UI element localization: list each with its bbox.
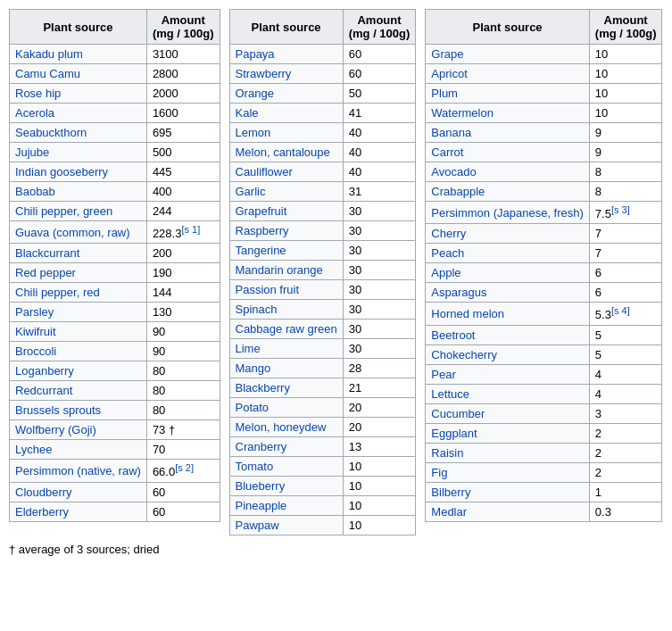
amount-cell: 60 [146, 482, 220, 502]
plant-source-link[interactable]: Raisin [431, 446, 463, 460]
plant-source-cell: Kale [229, 104, 343, 123]
plant-source-link[interactable]: Pear [431, 368, 455, 381]
plant-source-cell: Medlar [426, 502, 590, 521]
table-row: Pawpaw10 [229, 516, 416, 536]
plant-source-link[interactable]: Papaya [236, 47, 275, 61]
plant-source-link[interactable]: Acerola [15, 106, 54, 120]
plant-source-link[interactable]: Wolfberry (Goji) [15, 423, 96, 436]
plant-source-link[interactable]: Mango [236, 361, 271, 375]
plant-source-link[interactable]: Orange [236, 87, 274, 100]
plant-source-link[interactable]: Loganberry [15, 364, 74, 378]
plant-source-link[interactable]: Seabuckthorn [15, 126, 87, 139]
plant-source-link[interactable]: Tangerine [236, 244, 286, 257]
plant-source-link[interactable]: Watermelon [431, 106, 494, 120]
plant-source-link[interactable]: Kale [236, 106, 259, 120]
plant-source-link[interactable]: Cucumber [431, 407, 485, 420]
plant-source-link[interactable]: Camu Camu [15, 67, 80, 80]
plant-source-link[interactable]: Spinach [236, 303, 278, 316]
plant-source-link[interactable]: Parsley [15, 305, 54, 319]
plant-source-link[interactable]: Potato [236, 401, 270, 414]
column-header: Plant source [229, 10, 343, 45]
plant-source-link[interactable]: Chili pepper, green [15, 204, 112, 218]
plant-source-link[interactable]: Chokecherry [431, 348, 497, 361]
table-row: Potato20 [229, 398, 416, 418]
plant-source-link[interactable]: Grape [431, 47, 463, 61]
table-row: Indian gooseberry445 [10, 162, 220, 182]
plant-source-link[interactable]: Redcurrant [15, 384, 72, 397]
plant-source-link[interactable]: Indian gooseberry [15, 165, 108, 179]
plant-source-link[interactable]: Horned melon [431, 307, 504, 320]
plant-source-link[interactable]: Lychee [15, 443, 52, 456]
amount-cell: 10 [589, 45, 662, 64]
plant-source-link[interactable]: Guava (common, raw) [15, 226, 130, 239]
plant-source-link[interactable]: Cherry [431, 227, 466, 240]
plant-source-link[interactable]: Cranberry [236, 440, 287, 453]
plant-source-link[interactable]: Tomato [236, 460, 274, 473]
table-row: Horned melon5.3[s 4] [426, 303, 662, 325]
plant-source-link[interactable]: Eggplant [431, 427, 477, 440]
plant-source-link[interactable]: Cauliflower [236, 165, 293, 179]
plant-source-link[interactable]: Raspberry [236, 224, 289, 237]
plant-source-link[interactable]: Avocado [431, 165, 476, 179]
plant-source-link[interactable]: Jujube [15, 145, 49, 159]
plant-source-link[interactable]: Blackcurrant [15, 246, 79, 260]
plant-source-cell: Brussels sprouts [10, 401, 147, 420]
plant-source-link[interactable]: Garlic [236, 185, 266, 198]
plant-source-cell: Jujube [10, 143, 147, 162]
plant-source-link[interactable]: Chili pepper, red [15, 286, 100, 299]
amount-cell: 10 [343, 477, 416, 496]
plant-source-link[interactable]: Banana [431, 126, 471, 139]
plant-source-link[interactable]: Persimmon (native, raw) [15, 464, 141, 477]
plant-source-link[interactable]: Persimmon (Japanese, fresh) [431, 206, 584, 220]
plant-source-link[interactable]: Blueberry [236, 479, 286, 493]
table-row: Rose hip2000 [10, 84, 220, 104]
plant-source-link[interactable]: Medlar [431, 505, 467, 519]
plant-source-link[interactable]: Kiwifruit [15, 325, 56, 338]
table-row: Cherry7 [426, 224, 662, 244]
plant-source-link[interactable]: Strawberry [236, 67, 292, 80]
plant-source-link[interactable]: Plum [431, 87, 458, 100]
amount-cell: 7 [589, 224, 662, 244]
plant-source-link[interactable]: Broccoli [15, 345, 56, 358]
table-row: Lychee70 [10, 440, 220, 460]
plant-source-link[interactable]: Red pepper [15, 266, 76, 279]
column-header: Amount(mg / 100g) [589, 10, 662, 45]
plant-source-link[interactable]: Peach [431, 246, 464, 260]
plant-source-link[interactable]: Melon, honeydew [236, 420, 327, 434]
plant-source-link[interactable]: Beetroot [431, 328, 475, 342]
plant-source-link[interactable]: Kakadu plum [15, 47, 83, 61]
plant-source-link[interactable]: Grapefruit [236, 204, 287, 218]
plant-source-link[interactable]: Passion fruit [236, 283, 300, 296]
plant-source-link[interactable]: Baobab [15, 185, 55, 198]
plant-source-link[interactable]: Lime [236, 342, 261, 355]
table-row: Brussels sprouts80 [10, 401, 220, 420]
plant-source-link[interactable]: Lettuce [431, 387, 469, 401]
plant-source-cell: Blackberry [229, 378, 343, 398]
column-header: Amount(mg / 100g) [343, 10, 416, 45]
plant-source-link[interactable]: Blackberry [236, 381, 290, 394]
plant-source-link[interactable]: Pineapple [236, 499, 287, 512]
plant-source-link[interactable]: Asparagus [431, 286, 486, 299]
plant-source-link[interactable]: Rose hip [15, 87, 61, 100]
plant-source-link[interactable]: Mandarin orange [236, 263, 323, 277]
plant-source-link[interactable]: Elderberry [15, 505, 69, 519]
plant-source-link[interactable]: Fig [431, 466, 447, 479]
plant-source-link[interactable]: Cabbage raw green [236, 322, 337, 336]
table-row: Raisin2 [426, 443, 662, 462]
plant-source-link[interactable]: Lemon [236, 126, 271, 139]
plant-source-link[interactable]: Carrot [431, 145, 463, 159]
plant-source-cell: Parsley [10, 303, 147, 322]
plant-source-link[interactable]: Pawpaw [236, 519, 279, 532]
plant-source-link[interactable]: Crabapple [431, 185, 485, 198]
plant-source-cell: Baobab [10, 182, 147, 202]
amount-cell: 41 [343, 104, 416, 123]
plant-source-link[interactable]: Bilberry [431, 486, 470, 499]
plant-source-link[interactable]: Cloudberry [15, 486, 72, 499]
plant-source-cell: Tangerine [229, 241, 343, 261]
table-row: Fig2 [426, 462, 662, 482]
plant-source-link[interactable]: Apple [431, 266, 460, 279]
plant-source-link[interactable]: Apricot [431, 67, 467, 80]
amount-cell: 40 [343, 123, 416, 143]
plant-source-link[interactable]: Melon, cantaloupe [236, 145, 330, 159]
plant-source-link[interactable]: Brussels sprouts [15, 403, 101, 417]
